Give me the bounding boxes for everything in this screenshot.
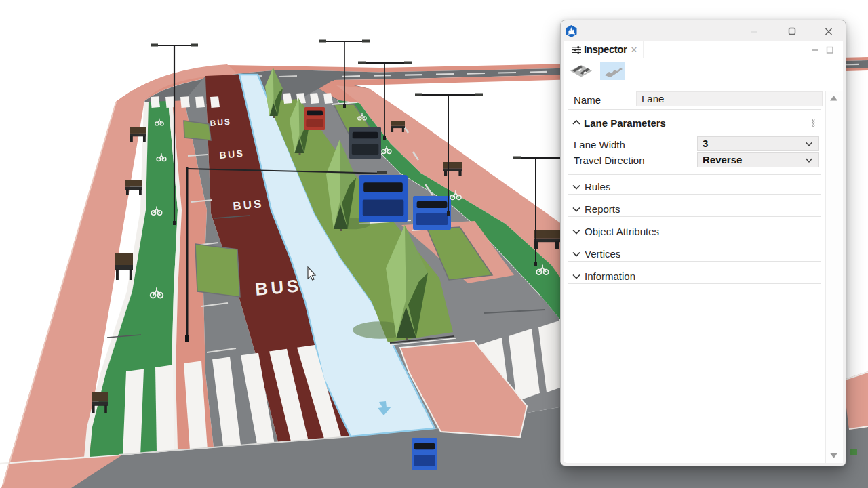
svg-text:BUS: BUS bbox=[219, 148, 245, 161]
svg-text:BUS: BUS bbox=[233, 197, 264, 213]
svg-text:BUS: BUS bbox=[210, 117, 231, 128]
svg-text:BUS: BUS bbox=[254, 275, 302, 300]
